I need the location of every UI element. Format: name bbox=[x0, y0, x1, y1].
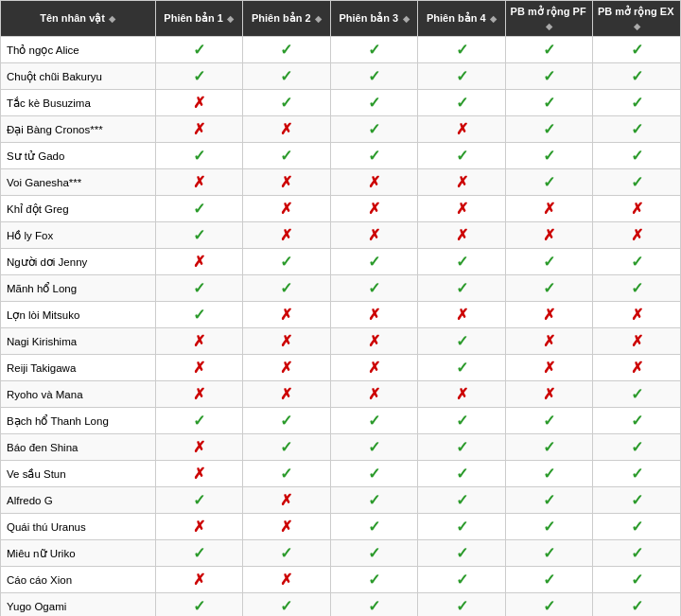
cell-v4-2: ✓ bbox=[418, 90, 506, 116]
cell-pf-3: ✓ bbox=[505, 116, 593, 143]
cell-v1-18: ✗ bbox=[155, 514, 243, 540]
cell-v4-16: ✓ bbox=[418, 461, 506, 487]
check-icon: ✓ bbox=[631, 280, 643, 296]
cell-name-0: Thỏ ngọc Alice bbox=[1, 37, 156, 63]
check-icon: ✓ bbox=[280, 439, 292, 455]
cell-pf-0: ✓ bbox=[505, 37, 593, 63]
check-icon: ✓ bbox=[456, 148, 468, 164]
table-row: Cáo cáo Xion✗✗✓✓✓✓ bbox=[1, 567, 681, 593]
cross-icon: ✗ bbox=[631, 227, 643, 243]
cell-v2-13: ✗ bbox=[243, 381, 331, 408]
check-icon: ✓ bbox=[456, 280, 468, 296]
check-icon: ✓ bbox=[368, 121, 380, 137]
cross-icon: ✗ bbox=[193, 254, 205, 270]
check-icon: ✓ bbox=[456, 42, 468, 58]
cell-name-10: Lợn lòi Mitsuko bbox=[1, 302, 156, 328]
table-row: Mãnh hổ Long✓✓✓✓✓✓ bbox=[1, 275, 681, 302]
cell-name-6: Khỉ đột Greg bbox=[1, 196, 156, 222]
cell-v4-20: ✓ bbox=[418, 567, 506, 593]
cell-v3-18: ✓ bbox=[330, 514, 418, 540]
table-row: Báo đen Shina✗✓✓✓✓✓ bbox=[1, 434, 681, 461]
table-row: Ryoho và Mana✗✗✗✗✗✓ bbox=[1, 381, 681, 408]
cell-ex-5: ✓ bbox=[593, 169, 681, 196]
check-icon: ✓ bbox=[456, 68, 468, 84]
cell-v4-3: ✗ bbox=[418, 116, 506, 143]
cell-v2-7: ✗ bbox=[243, 222, 331, 249]
cell-v3-2: ✓ bbox=[330, 90, 418, 116]
cell-v4-6: ✗ bbox=[418, 196, 506, 222]
check-icon: ✓ bbox=[193, 545, 205, 561]
cell-v3-3: ✓ bbox=[330, 116, 418, 143]
check-icon: ✓ bbox=[368, 413, 380, 429]
cell-ex-1: ✓ bbox=[593, 63, 681, 90]
check-icon: ✓ bbox=[456, 545, 468, 561]
cross-icon: ✗ bbox=[631, 360, 643, 376]
check-icon: ✓ bbox=[280, 280, 292, 296]
cell-v2-5: ✗ bbox=[243, 169, 331, 196]
cell-ex-2: ✓ bbox=[593, 90, 681, 116]
cell-ex-7: ✗ bbox=[593, 222, 681, 249]
table-row: Tắc kè Busuzima✗✓✓✓✓✓ bbox=[1, 90, 681, 116]
check-icon: ✓ bbox=[193, 280, 205, 296]
cell-v3-12: ✗ bbox=[330, 355, 418, 381]
check-icon: ✓ bbox=[543, 174, 555, 190]
cross-icon: ✗ bbox=[280, 201, 292, 217]
check-icon: ✓ bbox=[193, 201, 205, 217]
table-row: Nagi Kirishima✗✗✗✓✗✗ bbox=[1, 328, 681, 355]
check-icon: ✓ bbox=[368, 545, 380, 561]
cell-v1-21: ✓ bbox=[155, 593, 243, 616]
cell-name-12: Reiji Takigawa bbox=[1, 355, 156, 381]
cross-icon: ✗ bbox=[280, 307, 292, 323]
cross-icon: ✗ bbox=[543, 227, 555, 243]
check-icon: ✓ bbox=[280, 254, 292, 270]
check-icon: ✓ bbox=[456, 333, 468, 349]
cell-pf-10: ✗ bbox=[505, 302, 593, 328]
cell-ex-15: ✓ bbox=[593, 434, 681, 461]
cell-ex-20: ✓ bbox=[593, 567, 681, 593]
cross-icon: ✗ bbox=[280, 333, 292, 349]
sort-arrow: ◆ bbox=[488, 14, 498, 24]
cell-v1-20: ✗ bbox=[155, 567, 243, 593]
column-header-pf[interactable]: PB mở rộng PF ◆ bbox=[505, 1, 593, 37]
check-icon: ✓ bbox=[456, 254, 468, 270]
cell-name-8: Người dơi Jenny bbox=[1, 249, 156, 275]
cell-v1-4: ✓ bbox=[155, 143, 243, 169]
table-row: Miêu nữ Uriko✓✓✓✓✓✓ bbox=[1, 540, 681, 567]
check-icon: ✓ bbox=[456, 95, 468, 111]
cell-v2-21: ✓ bbox=[243, 593, 331, 616]
check-icon: ✓ bbox=[631, 386, 643, 402]
column-header-v3[interactable]: Phiên bản 3 ◆ bbox=[330, 1, 418, 37]
cell-v1-1: ✓ bbox=[155, 63, 243, 90]
cell-ex-0: ✓ bbox=[593, 37, 681, 63]
cell-v2-15: ✓ bbox=[243, 434, 331, 461]
cell-v1-17: ✓ bbox=[155, 487, 243, 514]
table-row: Reiji Takigawa✗✗✗✓✗✗ bbox=[1, 355, 681, 381]
column-header-ex[interactable]: PB mở rộng EX ◆ bbox=[593, 1, 681, 37]
column-header-v4[interactable]: Phiên bản 4 ◆ bbox=[418, 1, 506, 37]
cross-icon: ✗ bbox=[368, 386, 380, 402]
column-header-name[interactable]: Tên nhân vật ◆ bbox=[1, 1, 156, 37]
column-header-v1[interactable]: Phiên bản 1 ◆ bbox=[155, 1, 243, 37]
check-icon: ✓ bbox=[193, 42, 205, 58]
cell-v1-3: ✗ bbox=[155, 116, 243, 143]
cross-icon: ✗ bbox=[368, 333, 380, 349]
cell-pf-16: ✓ bbox=[505, 461, 593, 487]
cell-name-11: Nagi Kirishima bbox=[1, 328, 156, 355]
cell-v4-0: ✓ bbox=[418, 37, 506, 63]
cell-v3-13: ✗ bbox=[330, 381, 418, 408]
cross-icon: ✗ bbox=[456, 227, 468, 243]
check-icon: ✓ bbox=[280, 466, 292, 482]
check-icon: ✓ bbox=[543, 545, 555, 561]
check-icon: ✓ bbox=[193, 68, 205, 84]
cell-v2-19: ✓ bbox=[243, 540, 331, 567]
cross-icon: ✗ bbox=[280, 572, 292, 588]
cell-v3-7: ✗ bbox=[330, 222, 418, 249]
cross-icon: ✗ bbox=[543, 333, 555, 349]
cell-v3-21: ✓ bbox=[330, 593, 418, 616]
cell-ex-11: ✗ bbox=[593, 328, 681, 355]
cell-v3-1: ✓ bbox=[330, 63, 418, 90]
column-header-v2[interactable]: Phiên bản 2 ◆ bbox=[243, 1, 331, 37]
cell-v4-14: ✓ bbox=[418, 408, 506, 434]
cell-v2-6: ✗ bbox=[243, 196, 331, 222]
sort-arrow: ◆ bbox=[107, 14, 116, 24]
